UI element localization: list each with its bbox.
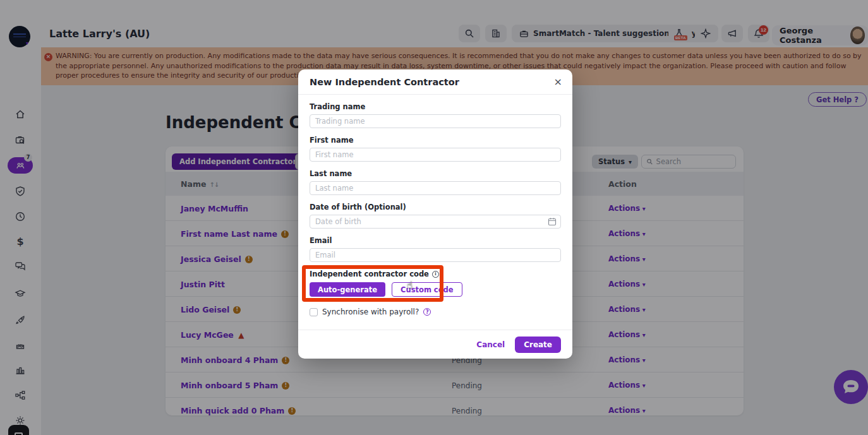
calendar-icon[interactable] (548, 217, 557, 226)
date-of-birth-label: Date of birth (Optional) (310, 203, 561, 212)
new-independent-contractor-modal: New Independent Contractor × Trading nam… (298, 69, 572, 359)
sync-payroll-row: Synchronise with payroll? (310, 307, 561, 316)
modal-header: New Independent Contractor × (298, 69, 572, 95)
trading-name-label: Trading name (310, 102, 561, 111)
create-button[interactable]: Create (515, 337, 561, 353)
modal-footer: Cancel Create (298, 330, 572, 359)
sync-payroll-label: Synchronise with payroll? (322, 307, 419, 316)
modal-body: Trading name First name Last name Date o… (298, 95, 572, 316)
custom-code-button[interactable]: Custom code (392, 282, 462, 297)
email-field[interactable] (310, 248, 561, 262)
last-name-field[interactable] (310, 181, 561, 195)
first-name-field[interactable] (310, 148, 561, 162)
info-icon[interactable] (432, 271, 439, 278)
sync-payroll-checkbox[interactable] (310, 308, 318, 316)
trading-name-field[interactable] (310, 114, 561, 128)
date-of-birth-field[interactable] (310, 215, 561, 229)
modal-title: New Independent Contractor (310, 77, 459, 87)
auto-generate-button[interactable]: Auto-generate (310, 282, 385, 297)
contractor-code-toggle: Auto-generate Custom code (310, 282, 561, 297)
close-icon[interactable]: × (554, 76, 562, 88)
contractor-code-label: Independent contractor code (310, 270, 561, 278)
last-name-label: Last name (310, 169, 561, 178)
first-name-label: First name (310, 136, 561, 145)
cancel-button[interactable]: Cancel (476, 340, 505, 349)
help-icon[interactable] (423, 308, 431, 316)
email-label: Email (310, 236, 561, 245)
